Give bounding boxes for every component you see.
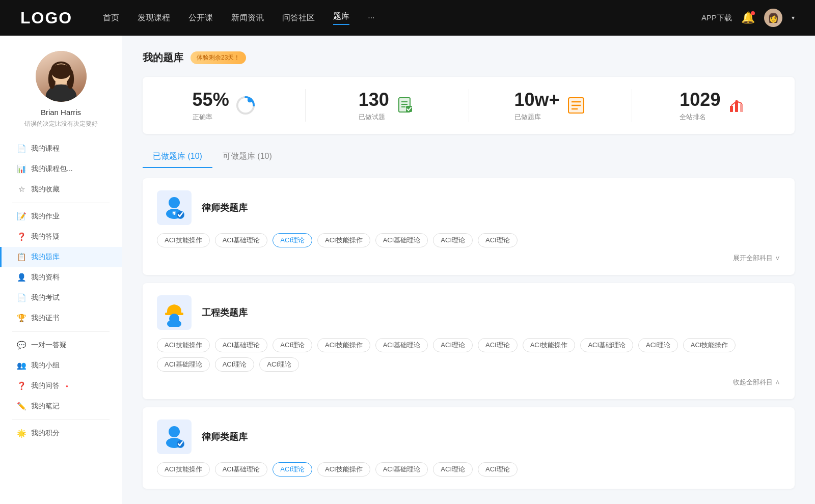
sidebar-label-course: 我的课程 <box>31 144 60 153</box>
stat-ranking-icon <box>726 95 747 116</box>
sidebar-item-notes[interactable]: ✏️ 我的笔记 <box>0 396 122 416</box>
quiz-tag-2-2[interactable]: ACI理论 <box>273 338 312 352</box>
stat-accuracy-value: 55% <box>193 89 229 110</box>
chart-icon-svg <box>728 97 745 114</box>
sidebar-item-group[interactable]: 👥 我的小组 <box>0 355 122 376</box>
quiz-card-engineer: 工程类题库 ACI技能操作 ACI基础理论 ACI理论 ACI技能操作 ACI基… <box>143 283 795 399</box>
notification-bell[interactable]: 🔔 <box>741 11 755 24</box>
quiz-tag-2-4[interactable]: ACI基础理论 <box>375 338 428 352</box>
sidebar-item-profile[interactable]: 👤 我的资料 <box>0 267 122 288</box>
sidebar-menu: 📄 我的课程 📊 我的课程包... ☆ 我的收藏 📝 我的作业 ❓ 我的答疑 � <box>0 138 122 443</box>
user-name: Brian Harris <box>41 108 81 117</box>
sidebar-item-questions[interactable]: ❓ 我的问答 ● <box>0 376 122 396</box>
trial-badge: 体验剩余23天！ <box>191 51 246 64</box>
svg-point-32 <box>167 320 181 327</box>
quiz-tag-1-0[interactable]: ACI技能操作 <box>157 233 210 247</box>
quiz-icon: 📋 <box>17 253 26 262</box>
sidebar-label-profile: 我的资料 <box>31 273 60 282</box>
quiz-tag-1-6[interactable]: ACI理论 <box>478 233 518 247</box>
tab-done-quiz[interactable]: 已做题库 (10) <box>143 146 212 168</box>
circle-progress-svg <box>235 95 256 116</box>
sidebar-item-favorites[interactable]: ☆ 我的收藏 <box>0 179 122 200</box>
stat-accuracy-text: 55% 正确率 <box>193 89 229 122</box>
quiz-tag-2-1[interactable]: ACI基础理论 <box>215 338 268 352</box>
quiz-tag-2-3[interactable]: ACI技能操作 <box>317 338 370 352</box>
sidebar-item-course[interactable]: 📄 我的课程 <box>0 138 122 159</box>
notification-dot <box>751 11 755 15</box>
nav-open-course[interactable]: 公开课 <box>188 13 213 23</box>
questions-dot: ● <box>66 384 68 388</box>
quiz-tag-3-1[interactable]: ACI基础理论 <box>215 462 268 477</box>
quiz-tag-2-5[interactable]: ACI理论 <box>433 338 473 352</box>
quiz-tag-3-0[interactable]: ACI技能操作 <box>157 462 210 477</box>
quiz-card-tags-2: ACI技能操作 ACI基础理论 ACI理论 ACI技能操作 ACI基础理论 AC… <box>157 338 780 372</box>
quiz-card-header-1: 律师类题库 <box>157 190 780 225</box>
nav-discover[interactable]: 发现课程 <box>138 13 170 23</box>
stats-bar: 55% 正确率 130 已做试题 <box>143 77 795 134</box>
sidebar-item-homework[interactable]: 📝 我的作业 <box>0 206 122 227</box>
quiz-tag-2-13[interactable]: ACI理论 <box>259 357 299 372</box>
quiz-tag-1-3[interactable]: ACI技能操作 <box>317 233 370 247</box>
sidebar-label-favorites: 我的收藏 <box>31 185 60 194</box>
sidebar-item-exam[interactable]: 📄 我的考试 <box>0 288 122 308</box>
stat-done-questions-label: 已做试题 <box>359 113 389 122</box>
quiz-tag-3-5[interactable]: ACI理论 <box>433 462 473 477</box>
sidebar-label-questions: 我的问答 <box>31 381 60 390</box>
nav-qa[interactable]: 问答社区 <box>282 13 315 23</box>
sidebar-label-certificate: 我的证书 <box>31 314 60 323</box>
svg-rect-22 <box>735 102 738 112</box>
stat-done-quizbank-icon <box>566 95 586 116</box>
quiz-card-header-2: 工程类题库 <box>157 295 780 330</box>
sidebar: Brian Harris 错误的决定比没有决定要好 📄 我的课程 📊 我的课程包… <box>0 36 122 504</box>
quiz-tag-2-7[interactable]: ACI技能操作 <box>523 338 576 352</box>
quiz-tag-3-4[interactable]: ACI基础理论 <box>375 462 428 477</box>
quiz-tag-2-12[interactable]: ACI理论 <box>215 357 255 372</box>
user-avatar-nav[interactable]: 👩 <box>764 9 782 27</box>
course-package-icon: 📊 <box>17 164 26 174</box>
app-download[interactable]: APP下载 <box>701 13 732 23</box>
stat-done-questions-icon <box>395 95 416 116</box>
sidebar-label-tutor: 一对一答疑 <box>31 341 67 350</box>
questions-icon: ❓ <box>17 381 26 390</box>
quiz-tag-1-2[interactable]: ACI理论 <box>273 233 312 247</box>
logo: LOGO <box>20 9 72 27</box>
quiz-tag-2-9[interactable]: ACI理论 <box>638 338 678 352</box>
quiz-expand-btn-1[interactable]: 展开全部科目 ∨ <box>733 254 780 263</box>
tutor-icon: 💬 <box>17 341 26 350</box>
nav-quiz[interactable]: 题库 <box>333 11 349 25</box>
sidebar-item-points[interactable]: 🌟 我的积分 <box>0 423 122 443</box>
quiz-tag-2-6[interactable]: ACI理论 <box>478 338 518 352</box>
page-header: 我的题库 体验剩余23天！ <box>143 51 795 65</box>
tab-available-quiz[interactable]: 可做题库 (10) <box>212 146 282 168</box>
quiz-tag-3-2[interactable]: ACI理论 <box>273 462 312 477</box>
quiz-tag-2-0[interactable]: ACI技能操作 <box>157 338 210 352</box>
quiz-tag-2-8[interactable]: ACI基础理论 <box>580 338 633 352</box>
stat-done-quizbank: 10w+ 已做题库 <box>469 89 632 122</box>
quiz-tag-3-3[interactable]: ACI技能操作 <box>317 462 370 477</box>
quiz-card-lawyer-2: 律师类题库 ACI技能操作 ACI基础理论 ACI理论 ACI技能操作 ACI基… <box>143 407 795 489</box>
quiz-tag-2-11[interactable]: ACI基础理论 <box>157 357 210 372</box>
qa-icon: ❓ <box>17 232 26 241</box>
certificate-icon: 🏆 <box>17 314 26 323</box>
quiz-tag-3-6[interactable]: ACI理论 <box>478 462 518 477</box>
sidebar-item-course-package[interactable]: 📊 我的课程包... <box>0 159 122 179</box>
user-menu-chevron[interactable]: ▾ <box>792 14 795 21</box>
svg-point-9 <box>247 98 252 103</box>
sidebar-item-qa[interactable]: ❓ 我的答疑 <box>0 227 122 247</box>
quiz-tag-1-1[interactable]: ACI基础理论 <box>215 233 268 247</box>
stat-done-quizbank-label: 已做题库 <box>514 113 560 122</box>
quiz-collapse-btn[interactable]: 收起全部科目 ∧ <box>733 378 780 387</box>
quiz-tag-1-4[interactable]: ACI基础理论 <box>375 233 428 247</box>
top-navigation: LOGO 首页 发现课程 公开课 新闻资讯 问答社区 题库 ··· APP下载 … <box>0 0 815 36</box>
sidebar-item-quiz[interactable]: 📋 我的题库 <box>0 247 122 267</box>
sidebar-item-tutor[interactable]: 💬 一对一答疑 <box>0 335 122 355</box>
sidebar-item-certificate[interactable]: 🏆 我的证书 <box>0 308 122 328</box>
quiz-tag-2-10[interactable]: ACI技能操作 <box>683 338 736 352</box>
page-title: 我的题库 <box>143 51 183 65</box>
nav-more[interactable]: ··· <box>368 13 374 22</box>
nav-home[interactable]: 首页 <box>103 13 119 23</box>
nav-news[interactable]: 新闻资讯 <box>231 13 264 23</box>
quiz-card-lawyer-1: 律师类题库 ACI技能操作 ACI基础理论 ACI理论 ACI技能操作 ACI基… <box>143 178 795 275</box>
quiz-tag-1-5[interactable]: ACI理论 <box>433 233 473 247</box>
quiz-footer-1: 展开全部科目 ∨ <box>157 254 780 263</box>
